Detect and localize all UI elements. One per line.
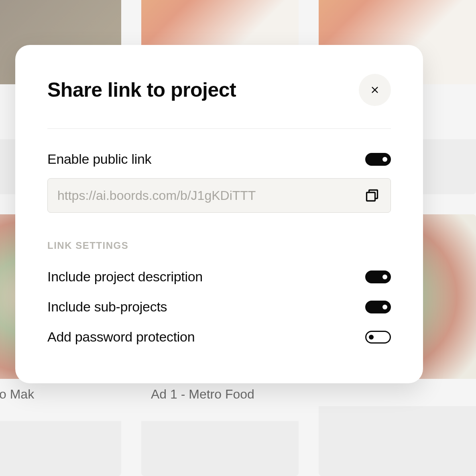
enable-public-link-toggle[interactable] xyxy=(365,153,391,166)
svg-rect-2 xyxy=(367,193,375,201)
link-settings-list: Include project description Include sub-… xyxy=(47,269,391,345)
close-icon xyxy=(370,85,379,94)
include-description-label: Include project description xyxy=(47,269,203,285)
share-link-input[interactable] xyxy=(57,188,363,203)
close-button[interactable] xyxy=(359,74,391,106)
copy-link-button[interactable] xyxy=(363,187,381,204)
toggle-knob xyxy=(382,275,387,279)
share-link-box xyxy=(47,178,391,213)
include-description-row: Include project description xyxy=(47,269,391,285)
link-settings-heading: LINK SETTINGS xyxy=(47,240,391,251)
divider xyxy=(47,128,391,129)
include-subprojects-toggle[interactable] xyxy=(365,301,391,313)
include-description-toggle[interactable] xyxy=(365,271,391,283)
enable-public-link-row: Enable public link xyxy=(47,151,391,167)
toggle-knob xyxy=(382,157,387,162)
password-protection-row: Add password protection xyxy=(47,329,391,345)
modal-header: Share link to project xyxy=(47,74,391,106)
modal-title: Share link to project xyxy=(47,78,236,102)
share-link-modal: Share link to project Enable public link… xyxy=(15,45,423,383)
password-protection-toggle[interactable] xyxy=(365,331,391,344)
include-subprojects-label: Include sub-projects xyxy=(47,299,167,315)
password-protection-label: Add password protection xyxy=(47,329,195,345)
toggle-knob xyxy=(369,335,374,340)
copy-icon xyxy=(365,188,379,203)
enable-public-link-label: Enable public link xyxy=(47,151,151,167)
toggle-knob xyxy=(382,305,387,309)
include-subprojects-row: Include sub-projects xyxy=(47,299,391,315)
